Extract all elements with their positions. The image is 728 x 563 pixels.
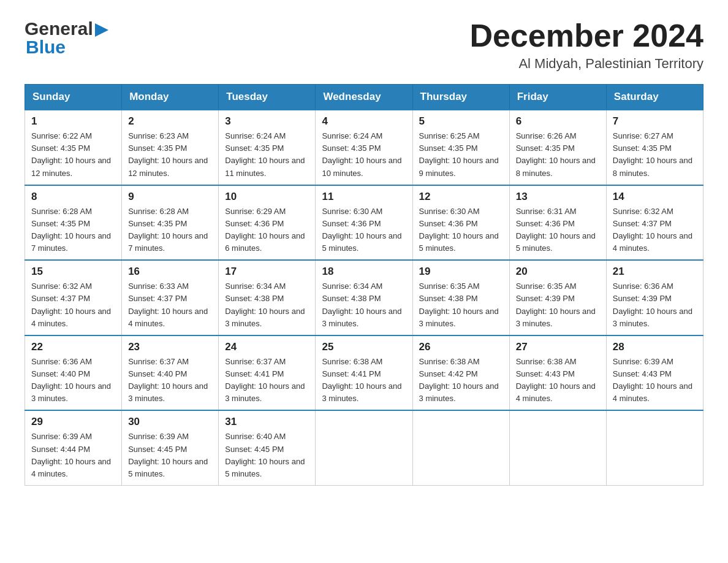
day-number: 14 bbox=[613, 191, 697, 203]
day-number: 28 bbox=[613, 341, 697, 353]
day-info: Sunrise: 6:40 AMSunset: 4:45 PMDaylight:… bbox=[225, 431, 309, 480]
day-number: 23 bbox=[128, 341, 212, 353]
weekday-header-tuesday: Tuesday bbox=[219, 85, 316, 110]
day-info: Sunrise: 6:28 AMSunset: 4:35 PMDaylight:… bbox=[128, 205, 212, 255]
day-number: 13 bbox=[516, 191, 600, 203]
day-info: Sunrise: 6:24 AMSunset: 4:35 PMDaylight:… bbox=[225, 130, 309, 180]
day-number: 12 bbox=[419, 191, 503, 203]
calendar-table: SundayMondayTuesdayWednesdayThursdayFrid… bbox=[25, 84, 703, 486]
day-number: 25 bbox=[322, 341, 406, 353]
weekday-header-friday: Friday bbox=[509, 85, 606, 110]
calendar-cell: 2Sunrise: 6:23 AMSunset: 4:35 PMDaylight… bbox=[122, 110, 219, 185]
calendar-cell: 26Sunrise: 6:38 AMSunset: 4:42 PMDayligh… bbox=[412, 335, 509, 411]
day-info: Sunrise: 6:36 AMSunset: 4:39 PMDaylight:… bbox=[613, 280, 697, 330]
calendar-cell bbox=[606, 410, 703, 485]
day-info: Sunrise: 6:38 AMSunset: 4:43 PMDaylight:… bbox=[516, 356, 600, 405]
day-info: Sunrise: 6:30 AMSunset: 4:36 PMDaylight:… bbox=[322, 205, 406, 255]
day-number: 26 bbox=[419, 341, 503, 353]
day-number: 15 bbox=[31, 266, 115, 278]
calendar-cell bbox=[316, 410, 412, 485]
calendar-cell: 27Sunrise: 6:38 AMSunset: 4:43 PMDayligh… bbox=[509, 335, 606, 411]
logo-triangle-icon bbox=[95, 23, 108, 37]
day-info: Sunrise: 6:37 AMSunset: 4:41 PMDaylight:… bbox=[225, 356, 309, 405]
logo-general-text: General bbox=[25, 18, 93, 39]
calendar-cell: 21Sunrise: 6:36 AMSunset: 4:39 PMDayligh… bbox=[606, 260, 703, 335]
day-number: 3 bbox=[225, 115, 309, 128]
day-number: 18 bbox=[322, 266, 406, 278]
week-row-3: 15Sunrise: 6:32 AMSunset: 4:37 PMDayligh… bbox=[25, 260, 703, 335]
calendar-cell: 1Sunrise: 6:22 AMSunset: 4:35 PMDaylight… bbox=[25, 110, 122, 185]
day-info: Sunrise: 6:32 AMSunset: 4:37 PMDaylight:… bbox=[31, 280, 115, 330]
calendar-cell: 19Sunrise: 6:35 AMSunset: 4:38 PMDayligh… bbox=[412, 260, 509, 335]
day-number: 21 bbox=[613, 266, 697, 278]
calendar-cell: 18Sunrise: 6:34 AMSunset: 4:38 PMDayligh… bbox=[316, 260, 412, 335]
day-info: Sunrise: 6:28 AMSunset: 4:35 PMDaylight:… bbox=[31, 205, 115, 255]
logo-blue-text: Blue bbox=[26, 37, 66, 58]
calendar-cell bbox=[412, 410, 509, 485]
day-info: Sunrise: 6:33 AMSunset: 4:37 PMDaylight:… bbox=[128, 280, 212, 330]
day-number: 17 bbox=[225, 266, 309, 278]
day-number: 20 bbox=[516, 266, 600, 278]
calendar-cell: 10Sunrise: 6:29 AMSunset: 4:36 PMDayligh… bbox=[219, 185, 316, 261]
day-info: Sunrise: 6:24 AMSunset: 4:35 PMDaylight:… bbox=[322, 130, 406, 180]
day-number: 27 bbox=[516, 341, 600, 353]
day-info: Sunrise: 6:30 AMSunset: 4:36 PMDaylight:… bbox=[419, 205, 503, 255]
calendar-cell: 4Sunrise: 6:24 AMSunset: 4:35 PMDaylight… bbox=[316, 110, 412, 185]
svg-marker-0 bbox=[95, 23, 108, 37]
day-info: Sunrise: 6:34 AMSunset: 4:38 PMDaylight:… bbox=[322, 280, 406, 330]
day-info: Sunrise: 6:39 AMSunset: 4:43 PMDaylight:… bbox=[613, 356, 697, 405]
week-row-5: 29Sunrise: 6:39 AMSunset: 4:44 PMDayligh… bbox=[25, 410, 703, 485]
day-info: Sunrise: 6:34 AMSunset: 4:38 PMDaylight:… bbox=[225, 280, 309, 330]
day-info: Sunrise: 6:22 AMSunset: 4:35 PMDaylight:… bbox=[31, 130, 115, 180]
day-number: 29 bbox=[31, 416, 115, 428]
day-info: Sunrise: 6:38 AMSunset: 4:41 PMDaylight:… bbox=[322, 356, 406, 405]
calendar-cell: 5Sunrise: 6:25 AMSunset: 4:35 PMDaylight… bbox=[412, 110, 509, 185]
calendar-cell: 30Sunrise: 6:39 AMSunset: 4:45 PMDayligh… bbox=[122, 410, 219, 485]
day-number: 10 bbox=[225, 191, 309, 203]
day-number: 19 bbox=[419, 266, 503, 278]
day-number: 22 bbox=[31, 341, 115, 353]
page-header: General Blue December 2024 Al Midyah, Pa… bbox=[25, 18, 703, 72]
calendar-cell: 12Sunrise: 6:30 AMSunset: 4:36 PMDayligh… bbox=[412, 185, 509, 261]
day-info: Sunrise: 6:39 AMSunset: 4:45 PMDaylight:… bbox=[128, 431, 212, 480]
calendar-cell: 11Sunrise: 6:30 AMSunset: 4:36 PMDayligh… bbox=[316, 185, 412, 261]
calendar-cell: 9Sunrise: 6:28 AMSunset: 4:35 PMDaylight… bbox=[122, 185, 219, 261]
calendar-cell: 23Sunrise: 6:37 AMSunset: 4:40 PMDayligh… bbox=[122, 335, 219, 411]
day-info: Sunrise: 6:32 AMSunset: 4:37 PMDaylight:… bbox=[613, 205, 697, 255]
calendar-cell: 28Sunrise: 6:39 AMSunset: 4:43 PMDayligh… bbox=[606, 335, 703, 411]
calendar-cell: 24Sunrise: 6:37 AMSunset: 4:41 PMDayligh… bbox=[219, 335, 316, 411]
week-row-4: 22Sunrise: 6:36 AMSunset: 4:40 PMDayligh… bbox=[25, 335, 703, 411]
day-info: Sunrise: 6:36 AMSunset: 4:40 PMDaylight:… bbox=[31, 356, 115, 405]
day-number: 2 bbox=[128, 115, 212, 128]
calendar-cell: 22Sunrise: 6:36 AMSunset: 4:40 PMDayligh… bbox=[25, 335, 122, 411]
calendar-cell: 14Sunrise: 6:32 AMSunset: 4:37 PMDayligh… bbox=[606, 185, 703, 261]
calendar-cell: 29Sunrise: 6:39 AMSunset: 4:44 PMDayligh… bbox=[25, 410, 122, 485]
day-info: Sunrise: 6:25 AMSunset: 4:35 PMDaylight:… bbox=[419, 130, 503, 180]
weekday-header-sunday: Sunday bbox=[25, 85, 122, 110]
day-number: 9 bbox=[128, 191, 212, 203]
week-row-1: 1Sunrise: 6:22 AMSunset: 4:35 PMDaylight… bbox=[25, 110, 703, 185]
calendar-cell: 3Sunrise: 6:24 AMSunset: 4:35 PMDaylight… bbox=[219, 110, 316, 185]
calendar-cell: 17Sunrise: 6:34 AMSunset: 4:38 PMDayligh… bbox=[219, 260, 316, 335]
week-row-2: 8Sunrise: 6:28 AMSunset: 4:35 PMDaylight… bbox=[25, 185, 703, 261]
calendar-cell: 8Sunrise: 6:28 AMSunset: 4:35 PMDaylight… bbox=[25, 185, 122, 261]
day-number: 31 bbox=[225, 416, 309, 428]
day-number: 16 bbox=[128, 266, 212, 278]
logo: General Blue bbox=[25, 18, 108, 58]
day-number: 24 bbox=[225, 341, 309, 353]
weekday-header-thursday: Thursday bbox=[412, 85, 509, 110]
day-info: Sunrise: 6:26 AMSunset: 4:35 PMDaylight:… bbox=[516, 130, 600, 180]
title-section: December 2024 Al Midyah, Palestinian Ter… bbox=[469, 18, 703, 72]
day-number: 6 bbox=[516, 115, 600, 128]
calendar-cell: 13Sunrise: 6:31 AMSunset: 4:36 PMDayligh… bbox=[509, 185, 606, 261]
calendar-cell: 16Sunrise: 6:33 AMSunset: 4:37 PMDayligh… bbox=[122, 260, 219, 335]
day-info: Sunrise: 6:31 AMSunset: 4:36 PMDaylight:… bbox=[516, 205, 600, 255]
day-info: Sunrise: 6:35 AMSunset: 4:39 PMDaylight:… bbox=[516, 280, 600, 330]
calendar-cell: 6Sunrise: 6:26 AMSunset: 4:35 PMDaylight… bbox=[509, 110, 606, 185]
calendar-cell: 20Sunrise: 6:35 AMSunset: 4:39 PMDayligh… bbox=[509, 260, 606, 335]
day-number: 1 bbox=[31, 115, 115, 128]
calendar-cell: 7Sunrise: 6:27 AMSunset: 4:35 PMDaylight… bbox=[606, 110, 703, 185]
location-subtitle: Al Midyah, Palestinian Territory bbox=[469, 56, 703, 72]
day-number: 7 bbox=[613, 115, 697, 128]
weekday-header-monday: Monday bbox=[122, 85, 219, 110]
